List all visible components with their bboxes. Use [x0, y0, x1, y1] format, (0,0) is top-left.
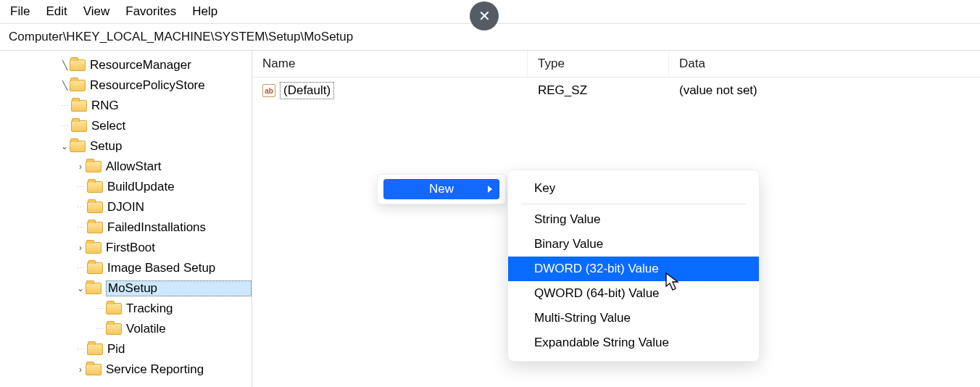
tree-item-failedinstallations[interactable]: ⋯FailedInstallations	[0, 217, 252, 238]
chevron-right-icon[interactable]: ›	[75, 162, 86, 172]
submenu-new: Key String Value Binary Value DWORD (32-…	[507, 170, 760, 362]
tree-label: Tracking	[126, 301, 252, 316]
submenu-item-dword[interactable]: DWORD (32-bit) Value	[508, 257, 759, 281]
submenu-item-multistring[interactable]: Multi-String Value	[508, 306, 759, 330]
tree-connector-icon: ⋯	[75, 345, 86, 354]
tree-label: DJOIN	[107, 200, 252, 215]
list-row[interactable]: ab (Default) REG_SZ (value not set)	[252, 78, 980, 104]
folder-icon	[71, 100, 87, 112]
submenu-item-expstring[interactable]: Expandable String Value	[508, 330, 759, 355]
tree-label: BuildUpdate	[107, 180, 252, 194]
folder-icon	[70, 141, 86, 152]
submenu-item-key[interactable]: Key	[508, 176, 759, 201]
tree-item-rng[interactable]: ⋯RNG	[0, 96, 252, 116]
tree-label: FailedInstallations	[107, 220, 252, 235]
tree-label: Pid	[107, 342, 252, 357]
tree-label: MoSetup	[106, 280, 252, 296]
folder-icon	[87, 344, 103, 355]
tree-item-firstboot[interactable]: ›FirstBoot	[0, 238, 252, 258]
folder-icon	[86, 242, 101, 254]
cell-type: REG_SZ	[528, 82, 669, 99]
tree-connector-icon: ⋯	[94, 304, 104, 314]
folder-icon	[106, 323, 122, 335]
folder-icon	[106, 303, 122, 315]
col-type[interactable]: Type	[528, 51, 669, 77]
tree-item-mosetup[interactable]: ⌄MoSetup	[0, 278, 252, 299]
folder-icon	[86, 283, 101, 294]
folder-icon	[87, 262, 103, 274]
close-badge[interactable]: ✕	[470, 1, 499, 30]
value-name: (Default)	[280, 82, 334, 99]
submenu-separator	[521, 204, 746, 204]
string-value-icon: ab	[262, 84, 275, 97]
cell-data: (value not set)	[669, 82, 980, 99]
tree-item-servicereporting[interactable]: ›Service Reporting	[0, 359, 252, 380]
col-name[interactable]: Name	[252, 51, 528, 77]
chevron-right-icon[interactable]: ›	[75, 243, 86, 253]
chevron-down-icon[interactable]: ⌄	[75, 283, 86, 294]
menu-file[interactable]: File	[10, 4, 30, 19]
tree-item-pid[interactable]: ⋯Pid	[0, 339, 252, 359]
tree-connector-icon: ⋯	[59, 122, 70, 131]
col-data[interactable]: Data	[669, 51, 980, 77]
tree-label: ResourceManager	[90, 58, 252, 72]
submenu-item-qword[interactable]: QWORD (64-bit) Value	[508, 281, 759, 306]
tree-item-allowstart[interactable]: ›AllowStart	[0, 157, 252, 177]
tree-connector-icon: ⋯	[75, 183, 86, 192]
context-item-new[interactable]: New	[383, 179, 499, 199]
submenu-item-binary[interactable]: Binary Value	[508, 232, 759, 257]
tree-label: Volatile	[126, 322, 252, 336]
menu-edit[interactable]: Edit	[46, 4, 67, 19]
cell-name: ab (Default)	[252, 80, 528, 101]
chevron-down-icon[interactable]: ⌄	[59, 141, 70, 151]
tree-item-resourcemanager[interactable]: ╲ResourceManager	[0, 55, 252, 75]
tree-connector-icon: ⋯	[75, 223, 86, 233]
context-menu-new: New	[377, 174, 506, 204]
folder-icon	[87, 181, 103, 193]
tree-label: RNG	[91, 99, 252, 113]
tree-label: ResourcePolicyStore	[90, 78, 252, 93]
folder-icon	[87, 201, 103, 213]
main-area: ╲ResourceManager ╲ResourcePolicyStore ⋯R…	[0, 51, 980, 387]
chevron-right-icon[interactable]: ›	[75, 365, 86, 375]
tree-connector-icon: ⋯	[94, 325, 104, 334]
tree-item-imagebasedsetup[interactable]: ⋯Image Based Setup	[0, 258, 252, 278]
folder-icon	[86, 364, 101, 375]
tree-panel: ╲ResourceManager ╲ResourcePolicyStore ⋯R…	[0, 51, 252, 387]
folder-icon	[87, 222, 103, 233]
tree-item-setup[interactable]: ⌄Setup	[0, 136, 252, 157]
menu-help[interactable]: Help	[192, 4, 217, 19]
tree-connector-icon: ⋯	[75, 264, 86, 273]
tree-connector-icon: ⋯	[75, 203, 86, 212]
tree-label: Service Reporting	[106, 362, 252, 377]
tree-item-select[interactable]: ⋯Select	[0, 116, 252, 136]
tree-label: Select	[91, 119, 252, 133]
tree-label: Image Based Setup	[107, 261, 252, 275]
folder-icon	[71, 120, 87, 132]
tree-item-buildupdate[interactable]: ⋯BuildUpdate	[0, 177, 252, 197]
tree-label: FirstBoot	[106, 241, 252, 255]
submenu-item-string[interactable]: String Value	[508, 207, 759, 232]
tree-item-volatile[interactable]: ⋯Volatile	[0, 319, 252, 339]
tree-label: AllowStart	[106, 159, 252, 174]
folder-icon	[86, 161, 101, 172]
tree-item-djoin[interactable]: ⋯DJOIN	[0, 197, 252, 217]
tree-item-resourcepolicystore[interactable]: ╲ResourcePolicyStore	[0, 75, 252, 96]
menu-favorites[interactable]: Favorites	[125, 4, 176, 19]
menu-view[interactable]: View	[83, 4, 110, 19]
context-item-label: New	[429, 182, 454, 196]
folder-icon	[70, 59, 86, 71]
tree-label: Setup	[90, 139, 252, 154]
tree-connector-icon: ⋯	[59, 101, 70, 111]
tree-item-tracking[interactable]: ⋯Tracking	[0, 299, 252, 319]
column-headers: Name Type Data	[252, 51, 980, 78]
folder-icon	[70, 80, 86, 91]
